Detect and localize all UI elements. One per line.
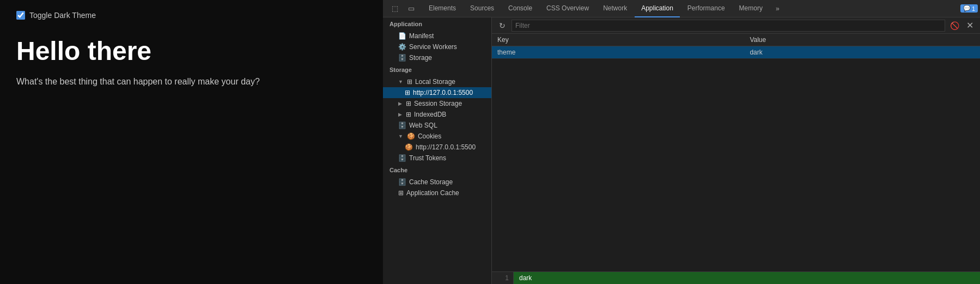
devtools-tabs-bar: ⬚ ▭ Elements Sources Console CSS Overvie… (383, 0, 980, 17)
page-subtitle: What's the best thing that can happen to… (16, 77, 367, 87)
filter-cancel-btn[interactable]: 🚫 (948, 20, 960, 32)
manifest-icon: 📄 (398, 32, 406, 40)
local-storage-icon: ⊞ (407, 78, 412, 86)
service-workers-icon: ⚙️ (398, 43, 406, 51)
storage-icon: 🗄️ (398, 54, 406, 62)
tab-application[interactable]: Application (635, 0, 680, 17)
sidebar-item-web-sql[interactable]: 🗄️ Web SQL (383, 120, 491, 131)
col-value: Value (744, 34, 980, 46)
cookies-arrow (398, 134, 403, 139)
cookies-icon: 🍪 (407, 132, 415, 140)
web-sql-icon: 🗄️ (398, 122, 406, 129)
tab-more-btn[interactable]: » (772, 5, 783, 13)
toggle-label: Toggle Dark Theme (29, 11, 96, 20)
col-key: Key (492, 34, 744, 46)
tab-network[interactable]: Network (596, 0, 634, 17)
dark-theme-checkbox[interactable] (16, 11, 25, 20)
sidebar-section-storage: Storage (383, 63, 491, 76)
cookies-origin-icon: 🍪 (405, 143, 413, 151)
tab-icons-group: ⬚ ▭ (385, 2, 421, 15)
table-row[interactable]: theme dark (492, 46, 980, 59)
device-icon-btn[interactable]: ▭ (405, 2, 418, 15)
main-content: ↻ 🚫 ✕ Key Value theme (492, 17, 980, 284)
filter-input[interactable] (512, 20, 945, 32)
session-storage-icon: ⊞ (406, 100, 411, 107)
bottom-value-content: dark (514, 272, 980, 284)
indexeddb-arrow (398, 112, 402, 117)
sidebar-item-cookies-origin[interactable]: 🍪 http://127.0.0.1:5500 (383, 142, 491, 153)
bottom-value-bar: 1 dark (492, 271, 980, 284)
tab-sources[interactable]: Sources (464, 0, 501, 17)
badge-count: 1 (972, 5, 975, 12)
cell-value: dark (744, 46, 980, 59)
tab-memory[interactable]: Memory (733, 0, 769, 17)
storage-table: Key Value theme dark (492, 34, 980, 59)
page-title: Hello there (16, 36, 367, 66)
table-body: theme dark (492, 46, 980, 59)
application-cache-icon: ⊞ (398, 189, 404, 197)
indexeddb-icon: ⊞ (406, 111, 411, 118)
session-storage-arrow (398, 101, 402, 106)
sidebar-item-session-storage[interactable]: ⊞ Session Storage (383, 98, 491, 109)
sidebar-item-local-storage-origin[interactable]: ⊞ http://127.0.0.1:5500 (383, 87, 491, 98)
tab-performance[interactable]: Performance (681, 0, 732, 17)
tab-console[interactable]: Console (502, 0, 539, 17)
console-badge: 💬 1 (960, 4, 978, 13)
local-storage-origin-icon: ⊞ (405, 89, 410, 96)
cursor-icon-btn[interactable]: ⬚ (388, 2, 401, 15)
sidebar-item-service-workers[interactable]: ⚙️ Service Workers (383, 41, 491, 52)
devtools-body: Application 📄 Manifest ⚙️ Service Worker… (383, 17, 980, 284)
cache-storage-icon: 🗄️ (398, 178, 406, 186)
trust-tokens-icon: 🗄️ (398, 154, 406, 162)
local-storage-arrow (398, 79, 403, 84)
sidebar-item-cache-storage[interactable]: 🗄️ Cache Storage (383, 177, 491, 188)
sidebar-item-application-cache[interactable]: ⊞ Application Cache (383, 188, 491, 198)
tab-css-overview[interactable]: CSS Overview (540, 0, 595, 17)
table-header-row: Key Value (492, 34, 980, 46)
toggle-row: Toggle Dark Theme (16, 11, 367, 20)
sidebar-section-cache: Cache (383, 164, 491, 177)
filter-bar: ↻ 🚫 ✕ (492, 17, 980, 34)
sidebar-item-storage[interactable]: 🗄️ Storage (383, 52, 491, 63)
sidebar-section-application: Application (383, 17, 491, 31)
storage-table-area: Key Value theme dark (492, 34, 980, 271)
devtools-sidebar: Application 📄 Manifest ⚙️ Service Worker… (383, 17, 492, 284)
devtools-panel: ⬚ ▭ Elements Sources Console CSS Overvie… (383, 0, 980, 284)
sidebar-item-local-storage[interactable]: ⊞ Local Storage (383, 76, 491, 87)
sidebar-item-manifest[interactable]: 📄 Manifest (383, 31, 491, 41)
sidebar-item-cookies[interactable]: 🍪 Cookies (383, 131, 491, 142)
tab-elements[interactable]: Elements (422, 0, 462, 17)
line-number: 1 (492, 272, 514, 284)
sidebar-item-trust-tokens[interactable]: 🗄️ Trust Tokens (383, 153, 491, 164)
console-icon: 💬 (963, 5, 971, 12)
cell-key: theme (492, 46, 744, 59)
webpage-panel: Toggle Dark Theme Hello there What's the… (0, 0, 383, 284)
refresh-button[interactable]: ↻ (496, 20, 508, 32)
sidebar-item-indexeddb[interactable]: ⊞ IndexedDB (383, 109, 491, 120)
close-filter-btn[interactable]: ✕ (964, 20, 976, 32)
